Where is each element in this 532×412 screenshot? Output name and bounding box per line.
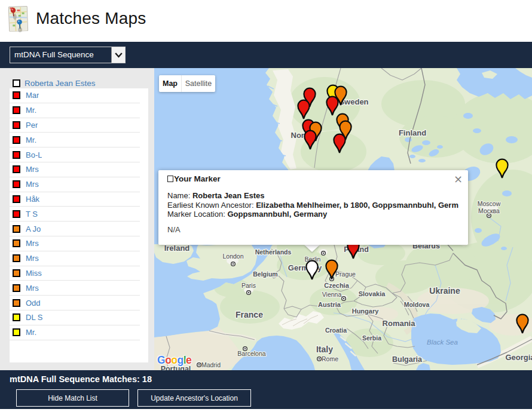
- map-type-satellite-button[interactable]: Satellite: [182, 75, 215, 92]
- match-color-swatch: [13, 254, 20, 262]
- map-country-label: Slovakia: [359, 290, 386, 297]
- info-window-fields: Name: Roberta Jean Estes Earliest Known …: [167, 191, 460, 219]
- match-name-link[interactable]: Mrs: [26, 239, 39, 248]
- match-color-swatch: [13, 91, 20, 99]
- info-window-tail: [304, 245, 320, 252]
- match-list-item[interactable]: Odd: [10, 296, 140, 310]
- marker-box-glyph: [167, 176, 173, 182]
- match-color-swatch: [13, 106, 20, 114]
- map-logo-icon: [8, 5, 29, 33]
- match-name-link[interactable]: Per: [26, 121, 38, 130]
- user-checkbox[interactable]: [13, 79, 20, 87]
- match-name-link[interactable]: Mrs: [26, 165, 39, 174]
- map-city-label: Vienna: [322, 291, 342, 298]
- map-city-label: Москва: [478, 207, 500, 214]
- map-city-label: Paris: [241, 282, 256, 289]
- info-window: Your Marker × Name: Roberta Jean Estes E…: [158, 170, 468, 245]
- map-country-label: Austria: [318, 301, 341, 308]
- match-name-link[interactable]: Miss: [26, 269, 42, 278]
- map-country-label: Ukraine: [429, 286, 460, 296]
- map-city-label: Prague: [335, 270, 356, 278]
- map-country-label: France: [236, 310, 263, 319]
- match-count-summary: mtDNA Full Sequence Matches: 18: [10, 374, 152, 384]
- match-color-swatch: [13, 299, 20, 307]
- match-name-link[interactable]: Odd: [26, 299, 41, 308]
- match-name-link[interactable]: Håk: [26, 195, 39, 204]
- map-country-label: Serbia: [362, 334, 381, 342]
- match-name-link[interactable]: Mr.: [26, 106, 36, 115]
- match-list-item[interactable]: Mar: [10, 88, 140, 103]
- map-city-label: Barcelona: [237, 350, 265, 357]
- map-country-label: Belgium: [253, 270, 277, 278]
- match-color-swatch: [13, 210, 20, 218]
- match-name-link[interactable]: Bo-L: [26, 150, 42, 159]
- match-name-link[interactable]: Mrs: [26, 284, 39, 293]
- user-row[interactable]: Roberta Jean Estes: [13, 79, 96, 88]
- match-list-item[interactable]: Mrs: [10, 281, 140, 296]
- match-name-link[interactable]: Mrs: [26, 180, 39, 189]
- map-country-label: Georgia: [505, 353, 532, 362]
- app-header: Matches Maps: [0, 0, 532, 42]
- content: Roberta Jean Estes MarMr.PerMr.Bo-LMrsMr…: [0, 68, 532, 370]
- match-list-item[interactable]: Mr.: [10, 103, 140, 118]
- match-list-item[interactable]: Mrs: [10, 177, 140, 192]
- match-color-swatch: [13, 136, 20, 144]
- match-list-item[interactable]: Mrs: [10, 162, 140, 177]
- close-icon[interactable]: ×: [454, 174, 463, 185]
- match-list: MarMr.PerMr.Bo-LMrsMrsHåkT SA JoMrsMrsMi…: [10, 88, 148, 362]
- test-type-select[interactable]: mtDNA Full Sequence: [10, 47, 126, 63]
- map-country-label: Moldova: [404, 301, 430, 308]
- match-list-item[interactable]: Mrs: [10, 251, 140, 266]
- map-type-map-button[interactable]: Map: [159, 75, 182, 92]
- google-logo-letter: G: [157, 354, 165, 366]
- map-country-label: Bulgaria: [392, 355, 423, 364]
- map-country-label: Romania: [383, 319, 416, 328]
- map-country-label: Italy: [316, 345, 333, 354]
- match-name-link[interactable]: A Jo: [26, 225, 41, 233]
- page-title: Matches Maps: [36, 9, 146, 28]
- match-list-item[interactable]: Miss: [10, 266, 140, 281]
- match-name-link[interactable]: T S: [26, 210, 38, 219]
- google-logo-letter: o: [165, 354, 171, 366]
- match-list-item[interactable]: Mr.: [10, 133, 140, 147]
- google-logo-letter: e: [186, 354, 191, 366]
- match-list-item[interactable]: T S: [10, 207, 140, 222]
- match-list-item[interactable]: Mr.: [10, 325, 140, 340]
- info-field-ancestor: Earliest Known Ancestor: Elizabetha Mehl…: [167, 201, 460, 210]
- match-list-item[interactable]: Bo-L: [10, 147, 140, 162]
- test-type-selected-value: mtDNA Full Sequence: [10, 47, 111, 63]
- map-country-label: Czechia: [324, 282, 349, 289]
- match-color-swatch: [13, 151, 20, 159]
- match-list-item[interactable]: Mrs: [10, 236, 140, 251]
- google-logo-letter: g: [178, 354, 184, 366]
- match-color-swatch: [13, 328, 20, 336]
- match-color-swatch: [13, 239, 20, 247]
- map-city-dot: [342, 297, 346, 301]
- match-name-link[interactable]: Mr.: [26, 328, 36, 337]
- match-color-swatch: [13, 313, 20, 321]
- match-list-item[interactable]: Per: [10, 118, 140, 133]
- info-field-location: Marker Location: Goppsmannbuhl, Germany: [167, 210, 460, 219]
- hide-match-list-button[interactable]: Hide Match List: [16, 389, 129, 407]
- map-country-label: Hungary: [352, 308, 380, 315]
- match-name-link[interactable]: Mar: [26, 91, 39, 100]
- match-name-link[interactable]: Mr.: [26, 136, 36, 144]
- user-name-link[interactable]: Roberta Jean Estes: [25, 79, 96, 88]
- map-city-dot: [231, 262, 236, 266]
- nav-bar: mtDNA Full Sequence: [0, 42, 532, 68]
- map-city-dot: [317, 357, 322, 361]
- page: Matches Maps mtDNA Full Sequence Roberta…: [0, 0, 532, 412]
- match-color-swatch: [13, 284, 20, 292]
- update-ancestor-location-button[interactable]: Update Ancestor's Location: [137, 389, 251, 407]
- match-name-link[interactable]: DL S: [26, 313, 42, 322]
- google-logo-letter: o: [171, 354, 177, 366]
- match-name-link[interactable]: Mrs: [26, 254, 39, 263]
- google-logo[interactable]: Google: [157, 354, 191, 367]
- map-canvas[interactable]: NorwaySwedenFinlandIrelandNetherlandsBel…: [154, 68, 532, 370]
- match-list-item[interactable]: Håk: [10, 192, 140, 207]
- footer-bar: mtDNA Full Sequence Matches: 18 Hide Mat…: [0, 370, 532, 409]
- chevron-down-icon: [111, 47, 125, 63]
- match-color-swatch: [13, 225, 20, 233]
- match-list-item[interactable]: A Jo: [10, 222, 140, 236]
- match-list-item[interactable]: DL S: [10, 310, 140, 325]
